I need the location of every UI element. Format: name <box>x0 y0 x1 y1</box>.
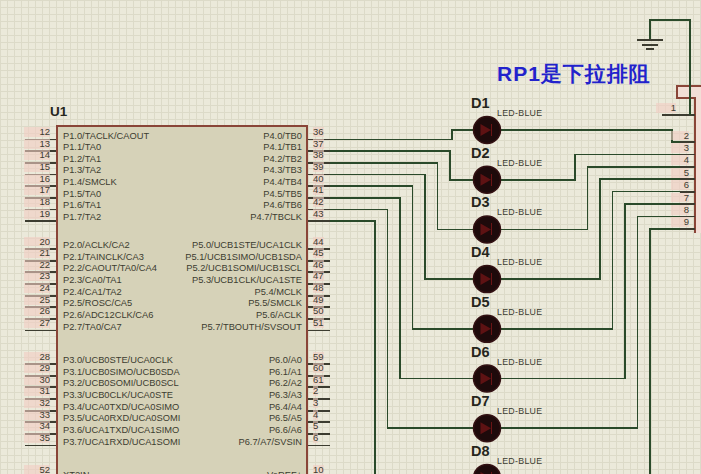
led-refdes: D2 <box>471 146 490 161</box>
led-refdes: D7 <box>471 394 490 409</box>
pin-number-right: 38 <box>313 150 324 160</box>
pin-number-left: 16 <box>24 174 50 184</box>
pin-function-right: P6.1/A1 <box>100 368 302 378</box>
resistor-pack-fill <box>677 86 701 98</box>
pin-function-right: P4.6/TB6 <box>100 201 302 211</box>
pin-function-right: P6.7/A7/SVSIN <box>100 438 302 448</box>
pin-function-right: P4.0/TB0 <box>100 132 302 142</box>
led-part-label: LED-BLUE <box>497 358 542 367</box>
led-part-label: LED-BLUE <box>497 208 542 217</box>
pin-number-right: 48 <box>313 283 324 293</box>
pin-function-right: P4.5/TB5 <box>100 190 302 200</box>
rp-pin-number: 3 <box>671 143 689 153</box>
pin-function-left: P1.2/TA1 <box>63 155 101 165</box>
pin-number-right: 10 <box>313 465 324 474</box>
wire-anode-D5[interactable] <box>330 186 474 329</box>
pin-function-right: P5.7/TBOUTH/SVSOUT <box>100 323 302 333</box>
led-part-label: LED-BLUE <box>497 457 542 466</box>
wire-anode-D7[interactable] <box>330 209 474 428</box>
wire-anode-D8[interactable] <box>330 221 474 474</box>
pin-number-left: 15 <box>24 162 50 172</box>
pin-number-left: 32 <box>24 398 50 408</box>
pin-function-left: P1.6/TA1 <box>63 201 101 211</box>
pin-number-left: 14 <box>24 150 50 160</box>
wire-anode-D1[interactable] <box>330 130 474 140</box>
rp-pin-number: 1 <box>656 103 676 113</box>
pin-number-right: 43 <box>313 209 324 219</box>
led-refdes: D5 <box>471 295 490 310</box>
pin-number-right: 5 <box>313 421 318 431</box>
wire-cathode-D1[interactable] <box>501 130 696 142</box>
pin-function-right: P5.5/SMCLK <box>100 299 302 309</box>
schematic-canvas: U1 RP1是下拉排阻 1236P1.0/TACLK/CAOUTP4.0/TB0… <box>0 0 701 474</box>
pin-number-left: 24 <box>24 283 50 293</box>
pin-number-right: 45 <box>313 248 324 258</box>
pin-number-right: 2 <box>313 386 318 396</box>
pin-function-right: P4.4/TB4 <box>100 178 302 188</box>
pin-function-right: P4.1/TB1 <box>100 143 302 153</box>
pin-number-left: 34 <box>24 421 50 431</box>
wire-anode-D4[interactable] <box>330 174 474 279</box>
led-part-label: LED-BLUE <box>497 258 542 267</box>
rp-pin-number: 4 <box>671 155 689 165</box>
rp-pin-number: 8 <box>671 205 689 215</box>
pin-number-right: 60 <box>313 363 324 373</box>
pin-number-right: 61 <box>313 375 324 385</box>
pin-function-right: P6.4/A4 <box>100 403 302 413</box>
pin-number-right: 46 <box>313 260 324 270</box>
pin-number-right: 3 <box>313 398 318 408</box>
pin-function-right: P5.0/UCB1STE/UCA1CLK <box>100 241 302 251</box>
pin-function-right: P4.3/TB3 <box>100 166 302 176</box>
pin-number-right: 37 <box>313 139 324 149</box>
pin-number-left: 13 <box>24 139 50 149</box>
led-part-label: LED-BLUE <box>497 407 542 416</box>
rp-pin-number: 6 <box>671 180 689 190</box>
pin-number-right: 47 <box>313 271 324 281</box>
pin-function-left: P1.7/TA2 <box>63 213 101 223</box>
wire-anode-D2[interactable] <box>330 151 474 180</box>
pin-number-right: 36 <box>313 127 324 137</box>
pin-number-left: 21 <box>24 248 50 258</box>
pin-function-right: P6.2/A2 <box>100 379 302 389</box>
pin-number-right: 44 <box>313 237 324 247</box>
pin-function-right: P5.6/ACLK <box>100 311 302 321</box>
pin-function-right: P4.7/TBCLK <box>100 213 302 223</box>
pin-number-left: 33 <box>24 410 50 420</box>
pin-number-right: 49 <box>313 295 324 305</box>
pin-number-left: 26 <box>24 306 50 316</box>
led-refdes: D3 <box>471 195 490 210</box>
pin-function-right: P6.0/A0 <box>100 356 302 366</box>
led-refdes: D6 <box>471 345 490 360</box>
rp-pin-number: 2 <box>671 131 689 141</box>
pin-number-left: 31 <box>24 386 50 396</box>
wire-cathode-D3[interactable] <box>501 167 696 230</box>
pin-number-left: 12 <box>24 127 50 137</box>
wire-anode-D3[interactable] <box>330 163 474 230</box>
pin-number-right: 59 <box>313 352 324 362</box>
pin-function-left: P1.1/TA0 <box>63 143 101 153</box>
wire-ground[interactable] <box>650 20 690 115</box>
pin-number-right: 51 <box>313 318 324 328</box>
pin-number-left: 28 <box>24 352 50 362</box>
pin-function-right: P6.6/A6 <box>100 426 302 436</box>
wire-anode-D6[interactable] <box>330 198 474 379</box>
led-part-label: LED-BLUE <box>497 159 542 168</box>
pin-function-left: P1.3/TA2 <box>63 166 101 176</box>
pin-number-left: 52 <box>24 465 50 474</box>
led-refdes: D8 <box>471 444 490 459</box>
rp1-annotation[interactable]: RP1是下拉排阻 <box>497 63 651 85</box>
rp-pin-number: 9 <box>671 217 689 227</box>
pin-number-left: 20 <box>24 237 50 247</box>
led-refdes: D4 <box>471 245 490 260</box>
pin-function-right: P5.4/MCLK <box>100 288 302 298</box>
pin-number-right: 42 <box>313 197 324 207</box>
pin-function-left: P1.5/TA0 <box>63 190 101 200</box>
pin-number-right: 41 <box>313 185 324 195</box>
pin-number-left: 17 <box>24 185 50 195</box>
pin-number-left: 18 <box>24 197 50 207</box>
pin-number-right: 50 <box>313 306 324 316</box>
led-part-label: LED-BLUE <box>497 109 542 118</box>
pin-number-right: 39 <box>313 162 324 172</box>
chip-refdes: U1 <box>50 105 67 119</box>
wire-cathode-D7[interactable] <box>501 216 696 428</box>
